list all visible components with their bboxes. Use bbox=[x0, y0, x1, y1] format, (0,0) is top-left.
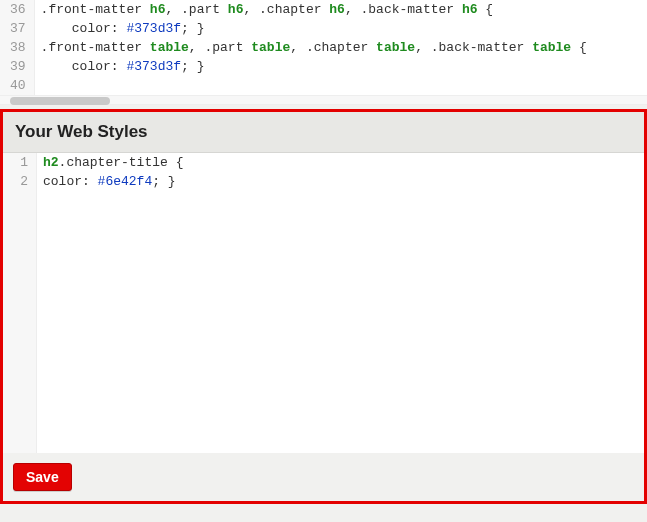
code-token: #6e42f4 bbox=[98, 174, 153, 189]
horizontal-scrollbar[interactable] bbox=[0, 95, 647, 105]
panel-footer: Save bbox=[3, 453, 644, 501]
code-token: , .part bbox=[189, 40, 251, 55]
code-line bbox=[41, 76, 641, 95]
code-token: , .back-matter bbox=[415, 40, 532, 55]
code-line: .front-matter h6, .part h6, .chapter h6,… bbox=[41, 0, 641, 19]
code-token: ; } bbox=[181, 21, 204, 36]
code-token: table bbox=[532, 40, 571, 55]
theme-css-gutter: 3637383940 bbox=[0, 0, 35, 95]
code-line: color: #6e42f4; } bbox=[43, 172, 638, 191]
code-token: , .chapter bbox=[290, 40, 376, 55]
code-line: color: #373d3f; } bbox=[41, 57, 641, 76]
line-number: 40 bbox=[10, 76, 26, 95]
code-token: , .chapter bbox=[243, 2, 329, 17]
theme-css-editor: 3637383940 .front-matter h6, .part h6, .… bbox=[0, 0, 647, 95]
line-number: 37 bbox=[10, 19, 26, 38]
code-token: h6 bbox=[228, 2, 244, 17]
code-token: .front-matter bbox=[41, 2, 150, 17]
code-line: h2.chapter-title { bbox=[43, 153, 638, 172]
code-line: color: #373d3f; } bbox=[41, 19, 641, 38]
custom-css-lines[interactable]: h2.chapter-title { color: #6e42f4; } bbox=[37, 153, 644, 453]
horizontal-scrollbar-thumb[interactable] bbox=[10, 97, 110, 105]
code-token: .front-matter bbox=[41, 40, 150, 55]
code-token: , .part bbox=[165, 2, 227, 17]
code-token: #373d3f bbox=[126, 59, 181, 74]
code-token: color: bbox=[43, 174, 98, 189]
code-token: ; } bbox=[152, 174, 175, 189]
code-token: table bbox=[376, 40, 415, 55]
line-number: 2 bbox=[13, 172, 28, 191]
custom-css-editor[interactable]: 12 h2.chapter-title { color: #6e42f4; } bbox=[3, 153, 644, 453]
line-number: 39 bbox=[10, 57, 26, 76]
line-number: 38 bbox=[10, 38, 26, 57]
code-line: .front-matter table, .part table, .chapt… bbox=[41, 38, 641, 57]
code-token: , .back-matter bbox=[345, 2, 462, 17]
code-token: table bbox=[251, 40, 290, 55]
panel-title: Your Web Styles bbox=[3, 112, 644, 153]
code-token: h2 bbox=[43, 155, 59, 170]
line-number: 1 bbox=[13, 153, 28, 172]
code-token: { bbox=[478, 2, 494, 17]
code-token: color: bbox=[41, 59, 127, 74]
custom-styles-panel: Your Web Styles 12 h2.chapter-title { co… bbox=[0, 109, 647, 504]
code-token: .chapter-title { bbox=[59, 155, 184, 170]
line-number: 36 bbox=[10, 0, 26, 19]
code-token: color: bbox=[41, 21, 127, 36]
code-token: #373d3f bbox=[126, 21, 181, 36]
theme-css-lines: .front-matter h6, .part h6, .chapter h6,… bbox=[35, 0, 647, 95]
code-token: table bbox=[150, 40, 189, 55]
custom-css-gutter: 12 bbox=[3, 153, 37, 453]
code-token: ; } bbox=[181, 59, 204, 74]
code-token: h6 bbox=[329, 2, 345, 17]
save-button[interactable]: Save bbox=[13, 463, 72, 491]
code-token: h6 bbox=[150, 2, 166, 17]
code-token: { bbox=[571, 40, 587, 55]
code-token: h6 bbox=[462, 2, 478, 17]
